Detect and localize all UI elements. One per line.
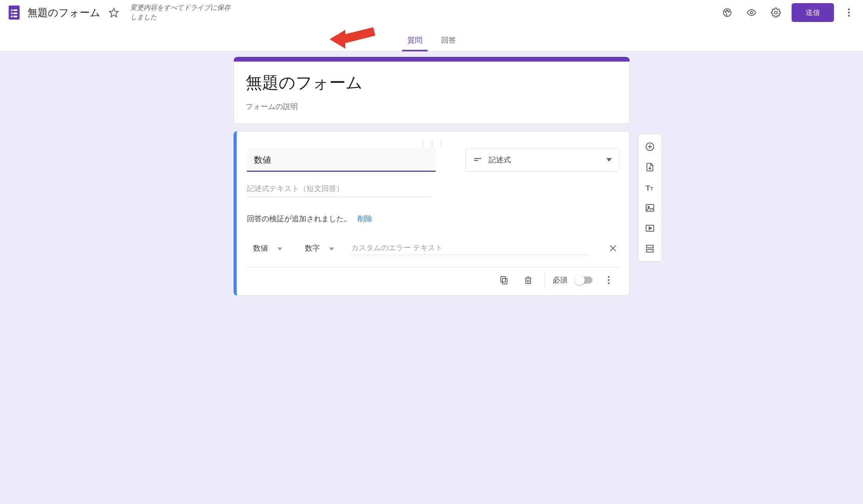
copy-icon[interactable] xyxy=(496,272,512,288)
svg-rect-6 xyxy=(13,16,17,17)
form-canvas: 無題のフォーム フォームの説明 ⋮⋮⋮ 記述式 xyxy=(0,51,863,318)
svg-rect-28 xyxy=(526,278,531,284)
import-questions-button[interactable] xyxy=(640,158,660,176)
question-type-select[interactable]: 記述式 xyxy=(465,148,619,172)
validation-op-select[interactable]: 数字 xyxy=(299,243,334,253)
add-question-button[interactable] xyxy=(640,137,660,156)
svg-marker-21 xyxy=(606,158,612,162)
svg-rect-27 xyxy=(501,277,505,282)
question-title-field[interactable] xyxy=(247,148,436,172)
star-icon[interactable] xyxy=(106,5,122,20)
svg-point-14 xyxy=(848,9,850,11)
add-image-button[interactable] xyxy=(640,198,660,217)
short-answer-preview: 記述式テキスト（短文回答） xyxy=(247,184,431,197)
validation-kind-label: 数値 xyxy=(253,243,268,253)
add-video-button[interactable] xyxy=(640,219,660,238)
eye-icon[interactable] xyxy=(743,4,760,21)
svg-marker-43 xyxy=(649,227,651,230)
svg-point-32 xyxy=(608,279,609,281)
divider xyxy=(544,273,545,287)
svg-point-10 xyxy=(727,10,728,11)
side-toolbar: TT xyxy=(638,134,662,262)
tab-questions[interactable]: 質問 xyxy=(405,31,425,51)
required-toggle[interactable] xyxy=(575,277,593,284)
validation-kind-select[interactable]: 数値 xyxy=(247,243,282,253)
chevron-down-icon xyxy=(606,156,612,164)
save-status: 変更内容をすべてドライブに保存しました xyxy=(130,3,232,22)
svg-rect-20 xyxy=(474,160,478,161)
tabs: 質問 回答 xyxy=(0,31,863,51)
svg-marker-22 xyxy=(277,247,282,251)
validation-op-label: 数字 xyxy=(305,243,320,253)
svg-rect-19 xyxy=(474,158,481,159)
form-description[interactable]: フォームの説明 xyxy=(246,102,618,112)
question-card[interactable]: ⋮⋮⋮ 記述式 記述式テキスト（短文回答） 回答の検証が追加されました xyxy=(234,131,630,296)
short-text-icon xyxy=(473,155,482,166)
svg-marker-23 xyxy=(329,247,334,251)
svg-point-33 xyxy=(608,282,609,284)
svg-point-9 xyxy=(725,11,726,12)
drag-handle-icon[interactable]: ⋮⋮⋮ xyxy=(247,139,619,146)
close-icon[interactable] xyxy=(607,242,619,255)
svg-point-16 xyxy=(848,15,850,17)
question-more-vert-icon[interactable] xyxy=(600,272,617,288)
add-section-button[interactable] xyxy=(640,239,660,258)
svg-rect-45 xyxy=(646,249,653,252)
palette-icon[interactable] xyxy=(719,4,736,21)
svg-point-13 xyxy=(775,11,777,14)
svg-rect-4 xyxy=(13,13,17,14)
forms-logo-icon xyxy=(6,5,22,20)
form-title[interactable]: 無題のフォーム xyxy=(246,72,618,94)
validation-delete-link[interactable]: 削除 xyxy=(358,214,372,224)
send-button[interactable]: 送信 xyxy=(792,3,834,22)
svg-rect-5 xyxy=(11,16,13,17)
required-label: 必須 xyxy=(553,275,567,285)
app-header: 無題のフォーム 変更内容をすべてドライブに保存しました 送信 質問 回答 xyxy=(0,0,863,51)
svg-point-15 xyxy=(848,12,850,14)
svg-point-12 xyxy=(750,11,753,14)
svg-rect-1 xyxy=(11,9,13,11)
form-title-card[interactable]: 無題のフォーム フォームの説明 xyxy=(234,57,630,124)
svg-rect-2 xyxy=(13,9,17,11)
question-type-label: 記述式 xyxy=(489,155,511,165)
gear-icon[interactable] xyxy=(767,4,785,21)
chevron-down-icon xyxy=(277,244,282,253)
question-title-input[interactable] xyxy=(254,155,429,165)
validation-added-text: 回答の検証が追加されました。 xyxy=(247,214,351,224)
question-footer: 必須 xyxy=(247,267,619,292)
svg-rect-44 xyxy=(646,245,653,248)
svg-point-11 xyxy=(728,11,730,12)
svg-text:T: T xyxy=(646,184,650,192)
svg-text:T: T xyxy=(650,186,653,192)
tab-responses[interactable]: 回答 xyxy=(439,31,458,51)
document-title[interactable]: 無題のフォーム xyxy=(27,4,101,21)
svg-rect-3 xyxy=(11,13,13,14)
svg-marker-7 xyxy=(109,8,118,17)
svg-rect-26 xyxy=(502,278,507,284)
custom-error-input[interactable] xyxy=(350,241,590,255)
svg-point-31 xyxy=(608,276,609,278)
trash-icon[interactable] xyxy=(520,272,536,288)
add-title-button[interactable]: TT xyxy=(640,178,660,197)
chevron-down-icon xyxy=(329,244,334,253)
more-vert-icon[interactable] xyxy=(841,5,857,20)
